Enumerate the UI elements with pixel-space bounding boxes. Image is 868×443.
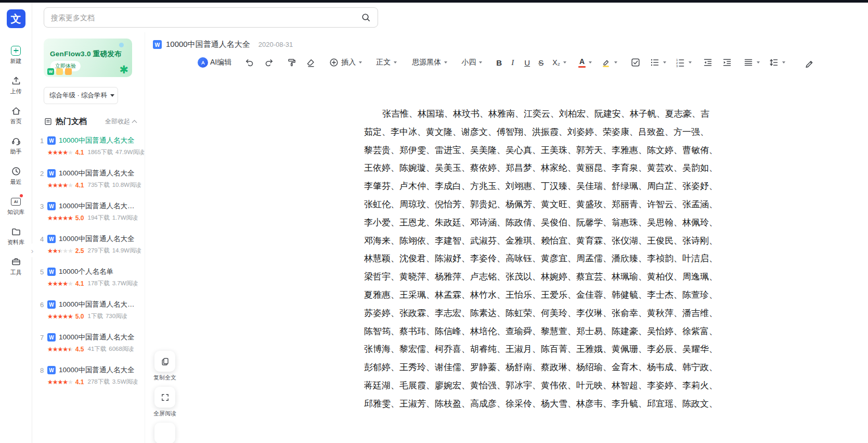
bullet-list-icon [650,57,660,68]
bullet-list-dropdown[interactable] [649,55,667,70]
pen-tool-button[interactable] [804,57,815,70]
font-size-dropdown[interactable]: 小四 [460,55,483,70]
doc-list-item[interactable]: 4 W 10000中国普通人名大全 ★★★★★★★★★★ 2.5 279下载 1… [40,234,146,255]
read-count: 6068阅读 [109,345,134,353]
doc-list-item[interactable]: 2 W 10000中国普通人名大全 ★★★★★★★★★★ 4.1 735下载 1… [40,168,146,189]
download-count: 194下载 [87,214,109,222]
doc-title: 10000中国普通人名大全 [59,234,135,244]
subscript-dropdown[interactable]: X₂ [551,55,567,70]
rating-value: 2.5 [75,247,84,255]
rank-label: 4 [40,235,44,243]
doc-meta-row: ★★★★★★★★★★ 4.5 41下载 6068阅读 [40,345,146,353]
plus-box-icon [11,45,21,56]
align-justify-icon [743,57,754,68]
document-tab[interactable]: W 10000中国普通人名大全 2020-08-31 [153,40,293,49]
doc-title: 10000个人名名单 [59,267,113,276]
nav-rail-items: 新建 上传 首页 助手 [7,45,24,276]
caret-down-icon [663,61,666,64]
top-bar [0,0,868,3]
caret-down-icon [110,94,114,97]
insert-button[interactable]: 插入 [328,55,363,70]
highlighter-icon [601,57,611,68]
rail-item-label: 知识库 [7,209,24,216]
collapse-all-button[interactable]: 全部收起 [105,117,136,126]
rail-item-label: 首页 [10,118,22,125]
underline-button[interactable]: U [523,55,530,70]
fullscreen-read-button[interactable]: 全屏阅读 [153,387,176,417]
search-icon[interactable] [361,12,371,22]
document-body[interactable]: 张吉惟、林国瑞、林玟书、林雅南、江奕云、刘柏宏、阮建安、林子帆、夏志豪、吉茹定、… [364,105,731,413]
doc-title: 10000中国普通人名大全 [59,169,135,178]
rail-item-recent[interactable]: 最近 [7,166,24,185]
svg-text:3: 3 [676,65,678,68]
undo-button[interactable] [243,55,256,70]
ai-edit-button[interactable]: AI编辑 [197,55,232,70]
rail-item-home[interactable]: 首页 [7,105,24,125]
doc-title-row: 7 W 10000中国普通人名大全 [40,332,146,343]
doc-list-item[interactable]: 7 W 10000中国普通人名大全 ★★★★★★★★★★ 4.5 41下载 60… [40,332,146,353]
flower-decoration-icon: ✱ [119,64,128,75]
rating-stars: ★★★★★★★★★★ [47,379,73,385]
rail-item-label: 工具 [10,269,22,276]
redo-button[interactable] [263,55,275,70]
rail-item-tools[interactable]: 工具 [7,256,24,276]
doc-list-item[interactable]: 8 W 10000中国普通人名大全 ★★★★★★★★★★ 4.1 278下载 3… [40,365,146,386]
numbered-list-dropdown[interactable]: 123 [674,55,693,70]
highlight-dropdown[interactable] [600,55,618,70]
document-line: 林慧颖、沈俊君、陈淑妤、李姿伶、高咏钰、黄彦宜、周孟儒、潘欣臻、李祯韵、叶洁启、 [364,250,731,268]
rail-item-assistant[interactable]: 助手 [7,135,24,155]
search-input[interactable] [51,14,361,22]
line-spacing-dropdown[interactable] [768,55,786,70]
outdent-button[interactable] [702,55,714,70]
doc-list-item[interactable]: 3 W 10000中国普通人名大… ★★★★★★★★★★ 5.0 194下载 1… [40,201,146,222]
format-painter-icon [286,57,296,68]
doc-list-item[interactable]: 1 W 10000中国普通人名大全 ★★★★★★★★★★ 4.1 1865下载 … [40,135,146,156]
font-color-dropdown[interactable]: A [577,55,593,70]
grade-subject-filter[interactable]: 综合年级 · 综合学科 [44,87,118,104]
doc-list-item[interactable]: 5 W 10000个人名名单 ★★★★★★★★★★ 4.1 178下载 3.7W… [40,267,146,287]
caret-down-icon [757,61,760,64]
eraser-button[interactable] [304,55,317,70]
task-list-button[interactable] [629,55,642,70]
bold-button[interactable]: B [495,55,503,70]
promo-banner[interactable]: GenFlow3.0 重磅发布 立即体验 W ✱ [44,39,132,77]
doc-list-item[interactable]: 6 W 10000中国普通人名大… ★★★★★★★★★★ 5.0 1下载 730… [40,299,146,320]
notification-dot [20,194,23,197]
strikethrough-button[interactable]: S [537,55,545,70]
copy-full-text-button[interactable]: 复制全文 [153,351,176,382]
redo-icon [264,57,274,68]
rail-item-knowledge[interactable]: AI 知识库 [7,196,24,216]
caret-down-icon [563,61,566,64]
document-line: 李肇芬、卢木仲、李成白、方兆玉、刘翊惠、丁汉臻、吴佳瑞、舒绿珮、周白芷、张姿妤、 [364,178,731,196]
download-count: 735下载 [87,181,109,189]
rail-item-new[interactable]: 新建 [7,45,24,65]
indent-button[interactable] [721,55,733,70]
download-count: 41下载 [87,345,106,353]
doc-meta-row: ★★★★★★★★★★ 2.5 279下载 14.9W阅读 [40,247,146,255]
rating-value: 5.0 [75,214,84,222]
document-line: 张吉惟、林国瑞、林玟书、林雅南、江奕云、刘柏宏、阮建安、林子帆、夏志豪、吉 [364,105,731,123]
document-title: 10000中国普通人名大全 [166,40,250,49]
download-count: 178下载 [87,280,109,287]
rating-stars: ★★★★★★★★★★ [47,149,73,156]
doc-title-row: 8 W 10000中国普通人名大全 [40,365,146,375]
word-file-icon: W [47,333,56,341]
indent-icon [722,57,732,68]
doc-title-row: 3 W 10000中国普通人名大… [40,201,146,211]
rail-item-upload[interactable]: 上传 [7,75,24,95]
rating-stars: ★★★★★★★★★★ [47,215,73,221]
filter-label: 综合年级 · 综合学科 [49,91,107,100]
word-file-icon: W [47,202,56,210]
font-family-dropdown[interactable]: 思源黑体 [411,55,448,70]
rail-item-library[interactable]: 资料库 [7,226,24,246]
italic-button[interactable]: I [510,55,516,70]
undo-icon [244,57,255,68]
format-painter-button[interactable] [285,55,297,70]
rank-label: 1 [40,137,44,145]
alignment-dropdown[interactable] [742,55,761,70]
toolbox-icon [10,256,22,268]
more-action-button[interactable] [154,423,175,443]
panel-expand-handle[interactable]: › [28,244,37,257]
paragraph-style-dropdown[interactable]: 正文 [375,55,398,70]
brand-logo[interactable]: 文 [7,9,25,28]
